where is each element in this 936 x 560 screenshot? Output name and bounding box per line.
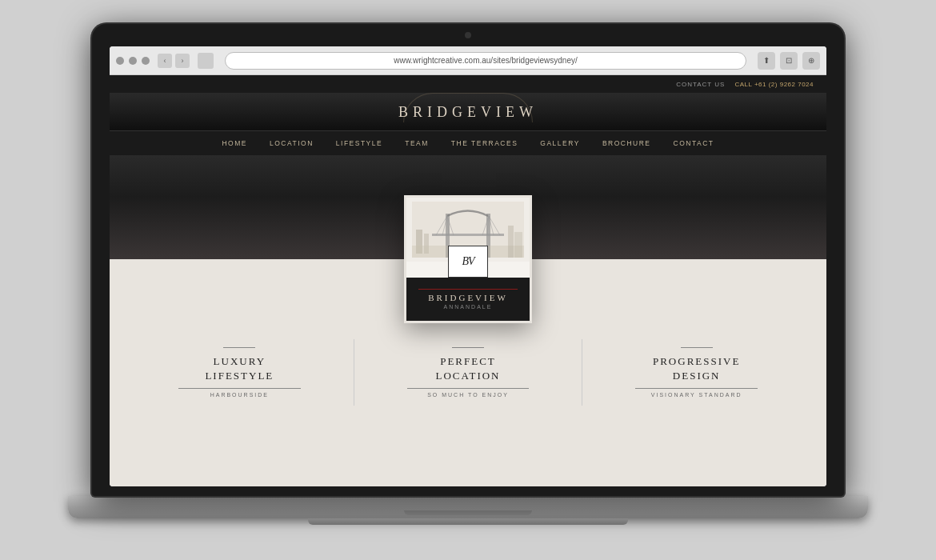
nav-team[interactable]: TEAM (394, 131, 440, 155)
svg-rect-16 (514, 232, 522, 258)
browser-url-bar[interactable]: www.wrightcreative.com.au/sites/bridgevi… (225, 52, 746, 70)
nav-gallery[interactable]: GALLERY (529, 131, 591, 155)
website-content: CONTACT US CALL +61 (2) 9262 7024 BRIDGE… (110, 75, 826, 486)
browser-minimize-btn[interactable] (129, 57, 137, 65)
feature-luxury: LUXURYLIFESTYLE HARBOURSIDE (126, 339, 354, 406)
nav-lifestyle[interactable]: LIFESTYLE (325, 131, 394, 155)
hero-area: BV BRIDGEVIEW ANNANDALE (110, 155, 826, 259)
feature-design: PROGRESSIVEDESIGN VISIONARY STANDARD (582, 339, 810, 406)
browser-window: ‹ › www.wrightcreative.com.au/sites/brid… (110, 46, 826, 486)
feature-line-bottom-2 (407, 388, 530, 389)
contact-us-label: CONTACT US (676, 81, 725, 88)
feature-line-bottom-3 (635, 388, 758, 389)
site-header: BRIDGEVIEW (110, 93, 826, 130)
nav-location[interactable]: LOCATION (258, 131, 325, 155)
feature-title-2: PERFECTLOCATION (366, 354, 570, 383)
site-title: BRIDGEVIEW (110, 104, 826, 130)
logo-card-title: BRIDGEVIEW (428, 293, 508, 302)
url-text: www.wrightcreative.com.au/sites/bridgevi… (394, 56, 578, 65)
browser-maximize-btn[interactable] (142, 57, 150, 65)
browser-share-btn[interactable]: ⬆ (758, 52, 775, 70)
logo-bv-text: BV (462, 255, 474, 268)
logo-emblem: BV (448, 246, 488, 278)
browser-tab-icon (198, 53, 214, 69)
feature-line-top-2 (452, 347, 484, 348)
browser-navigation: ‹ › (158, 54, 190, 68)
top-bar: CONTACT US CALL +61 (2) 9262 7024 (110, 75, 826, 93)
logo-red-line (418, 289, 517, 290)
feature-subtitle-3: VISIONARY STANDARD (594, 392, 798, 398)
feature-line-bottom-1 (178, 388, 301, 389)
browser-actions: ⬆ ⊡ ⊕ (758, 52, 820, 70)
feature-subtitle-1: HARBOURSIDE (138, 392, 342, 398)
screen-bezel: ‹ › www.wrightcreative.com.au/sites/brid… (92, 24, 844, 496)
browser-close-btn[interactable] (116, 57, 124, 65)
nav-home[interactable]: HOME (210, 131, 258, 155)
browser-forward-btn[interactable]: › (175, 54, 190, 68)
site-nav: HOME LOCATION LIFESTYLE TEAM THE TERRACE… (110, 130, 826, 155)
logo-card-dark-section: BRIDGEVIEW ANNANDALE (406, 278, 530, 321)
feature-subtitle-2: SO MUCH TO ENJOY (366, 392, 570, 398)
logo-card-subtitle: ANNANDALE (444, 304, 493, 310)
laptop-notch (404, 510, 532, 515)
feature-title-3: PROGRESSIVEDESIGN (594, 354, 798, 383)
features-row: LUXURYLIFESTYLE HARBOURSIDE PERFECTLOCAT… (110, 339, 826, 406)
svg-rect-15 (508, 226, 514, 258)
feature-line-top-3 (681, 347, 713, 348)
browser-chrome: ‹ › www.wrightcreative.com.au/sites/brid… (110, 46, 826, 75)
phone-number: CALL +61 (2) 9262 7024 (734, 81, 814, 88)
laptop-base (68, 496, 868, 518)
laptop-stand (308, 518, 628, 525)
nav-brochure[interactable]: BROCHURE (591, 131, 662, 155)
svg-rect-13 (432, 234, 504, 236)
browser-download-btn[interactable]: ⊕ (802, 52, 820, 70)
feature-line-top-1 (223, 347, 255, 348)
feature-location: PERFECTLOCATION SO MUCH TO ENJOY (354, 339, 583, 406)
logo-card: BV BRIDGEVIEW ANNANDALE (404, 195, 532, 323)
browser-back-btn[interactable]: ‹ (158, 54, 172, 68)
laptop-shell: ‹ › www.wrightcreative.com.au/sites/brid… (76, 24, 860, 536)
nav-contact[interactable]: CONTACT (662, 131, 726, 155)
browser-bookmark-btn[interactable]: ⊡ (780, 52, 798, 70)
nav-terraces[interactable]: THE TERRACES (440, 131, 530, 155)
camera-dot (465, 32, 471, 38)
feature-title-1: LUXURYLIFESTYLE (138, 354, 342, 383)
